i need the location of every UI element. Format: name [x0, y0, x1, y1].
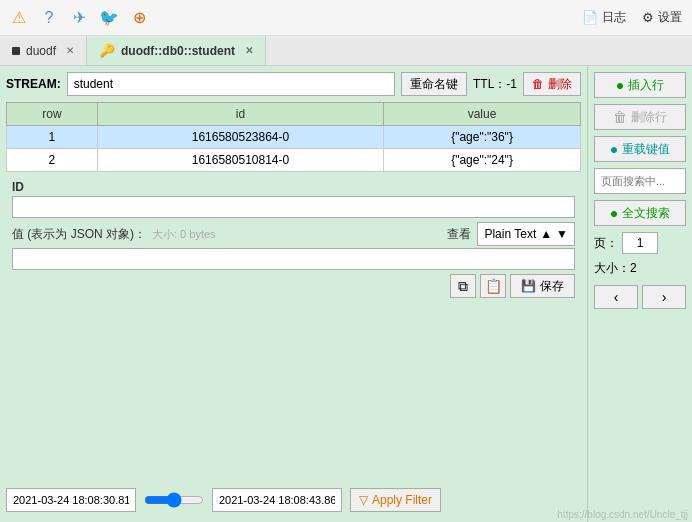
- delete-icon: 🗑: [532, 77, 544, 91]
- delete-button[interactable]: 🗑 删除: [523, 72, 581, 96]
- save-button[interactable]: 💾 保存: [510, 274, 575, 298]
- col-header-id: id: [97, 103, 383, 126]
- toolbar-icons: ⚠ ? ✈ 🐦 ⊕: [10, 9, 148, 27]
- filter-icon: ▽: [359, 493, 368, 507]
- settings-button[interactable]: ⚙ 设置: [642, 9, 682, 26]
- insert-row-button[interactable]: ● 插入行: [594, 72, 686, 98]
- tab-duodf-close[interactable]: ✕: [66, 45, 74, 56]
- reload-label: 重载键值: [622, 141, 670, 158]
- copy-button[interactable]: ⧉: [450, 274, 476, 298]
- view-label: 查看: [447, 226, 471, 243]
- value-section: 值 (表示为 JSON 对象)： 大小: 0 bytes 查看 Plain Te…: [6, 220, 581, 274]
- page-search-input[interactable]: [594, 168, 686, 194]
- plus-icon: ●: [616, 77, 624, 93]
- tab-dot-icon: [12, 47, 20, 55]
- value-row: 值 (表示为 JSON 对象)： 大小: 0 bytes 查看 Plain Te…: [12, 222, 575, 246]
- data-table: row id value 11616580523864-0{"age":"36"…: [6, 102, 581, 172]
- save-icon: 💾: [521, 279, 536, 293]
- id-label: ID: [12, 180, 575, 194]
- main-content: STREAM: 重命名键 TTL：-1 🗑 删除 row id value 11…: [0, 66, 692, 522]
- time-start-input[interactable]: [6, 488, 136, 512]
- chevron-down-icon: ▼: [556, 227, 568, 241]
- reload-icon: ●: [610, 141, 618, 157]
- cell-value: {"age":"24"}: [384, 149, 581, 172]
- save-label: 保存: [540, 278, 564, 295]
- table-row[interactable]: 21616580510814-0{"age":"24"}: [7, 149, 581, 172]
- next-icon: ›: [662, 289, 667, 305]
- paste-icon: 📋: [485, 278, 502, 294]
- delete-label: 删除: [548, 76, 572, 93]
- tab-student[interactable]: 🔑 duodf::db0::student ✕: [87, 36, 266, 65]
- toolbar-right: 📄 日志 ⚙ 设置: [582, 9, 682, 26]
- fulltext-search-label: 全文搜索: [622, 205, 670, 222]
- apply-filter-button[interactable]: ▽ Apply Filter: [350, 488, 441, 512]
- fulltext-search-button[interactable]: ● 全文搜索: [594, 200, 686, 226]
- tab-student-close[interactable]: ✕: [245, 45, 253, 56]
- twitter-icon[interactable]: 🐦: [100, 9, 118, 27]
- id-section: ID: [6, 178, 581, 220]
- time-slider[interactable]: [144, 492, 204, 508]
- reload-button[interactable]: ● 重载键值: [594, 136, 686, 162]
- watermark: https://blog.csdn.net/Uncle_tjj: [557, 509, 688, 520]
- value-size: 大小: 0 bytes: [152, 227, 216, 242]
- tab-duodf-label: duodf: [26, 44, 56, 58]
- telegram-icon[interactable]: ✈: [70, 9, 88, 27]
- value-label: 值 (表示为 JSON 对象)：: [12, 226, 146, 243]
- slider-container: [144, 492, 204, 508]
- delete-row-icon: 🗑: [613, 109, 627, 125]
- col-header-value: value: [384, 103, 581, 126]
- col-header-row: row: [7, 103, 98, 126]
- globe-icon[interactable]: ⊕: [130, 9, 148, 27]
- table-row[interactable]: 11616580523864-0{"age":"36"}: [7, 126, 581, 149]
- tab-lock-icon: 🔑: [99, 43, 115, 58]
- stream-input[interactable]: [67, 72, 395, 96]
- nav-row: ‹ ›: [594, 285, 686, 309]
- left-panel: STREAM: 重命名键 TTL：-1 🗑 删除 row id value 11…: [0, 66, 587, 522]
- ttl-label: TTL：-1: [473, 76, 517, 93]
- stream-label: STREAM:: [6, 77, 61, 91]
- format-label: Plain Text: [484, 227, 536, 241]
- rename-button[interactable]: 重命名键: [401, 72, 467, 96]
- cell-row: 2: [7, 149, 98, 172]
- format-select[interactable]: Plain Text ▲ ▼: [477, 222, 575, 246]
- cell-id: 1616580523864-0: [97, 126, 383, 149]
- size-label: 大小：2: [594, 260, 686, 277]
- right-panel: ● 插入行 🗑 删除行 ● 重载键值 ● 全文搜索 页： 大小：2 ‹ ›: [587, 66, 692, 522]
- log-icon: 📄: [582, 10, 598, 25]
- help-icon[interactable]: ?: [40, 9, 58, 27]
- next-button[interactable]: ›: [642, 285, 686, 309]
- stream-row: STREAM: 重命名键 TTL：-1 🗑 删除: [6, 72, 581, 96]
- id-input[interactable]: [12, 196, 575, 218]
- apply-filter-label: Apply Filter: [372, 493, 432, 507]
- copy-icon: ⧉: [458, 278, 468, 295]
- settings-label: 设置: [658, 9, 682, 26]
- time-end-input[interactable]: [212, 488, 342, 512]
- warning-icon[interactable]: ⚠: [10, 9, 28, 27]
- log-button[interactable]: 📄 日志: [582, 9, 626, 26]
- insert-row-label: 插入行: [628, 77, 664, 94]
- paste-button[interactable]: 📋: [480, 274, 506, 298]
- page-input[interactable]: [622, 232, 658, 254]
- chevron-up-icon: ▲: [540, 227, 552, 241]
- settings-icon: ⚙: [642, 10, 654, 25]
- cell-value: {"age":"36"}: [384, 126, 581, 149]
- page-row: 页：: [594, 232, 686, 254]
- top-toolbar: ⚠ ? ✈ 🐦 ⊕ 📄 日志 ⚙ 设置: [0, 0, 692, 36]
- delete-row-button[interactable]: 🗑 删除行: [594, 104, 686, 130]
- log-label: 日志: [602, 9, 626, 26]
- search-icon: ●: [610, 205, 618, 221]
- value-textarea[interactable]: [12, 248, 575, 270]
- tab-duodf[interactable]: duodf ✕: [0, 36, 87, 65]
- cell-row: 1: [7, 126, 98, 149]
- prev-icon: ‹: [614, 289, 619, 305]
- tabs-bar: duodf ✕ 🔑 duodf::db0::student ✕: [0, 36, 692, 66]
- page-label: 页：: [594, 235, 618, 252]
- prev-button[interactable]: ‹: [594, 285, 638, 309]
- bottom-action-row: ⧉ 📋 💾 保存: [6, 274, 581, 302]
- delete-row-label: 删除行: [631, 109, 667, 126]
- filter-bar: ▽ Apply Filter: [6, 484, 581, 516]
- cell-id: 1616580510814-0: [97, 149, 383, 172]
- tab-student-label: duodf::db0::student: [121, 44, 235, 58]
